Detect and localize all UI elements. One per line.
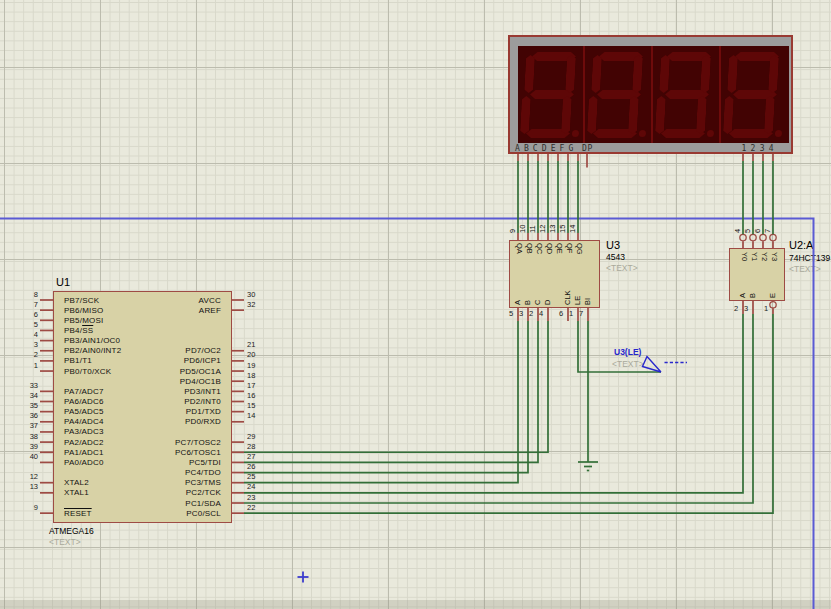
wire-U1-PC2-TCK-to-U2-A[interactable]: [244, 314, 743, 493]
wire-U1-PC6-TOSC1-to-U3-D[interactable]: [244, 321, 548, 452]
wire-U3-LE-to-PROBE-tip[interactable]: [578, 321, 661, 372]
region-border[interactable]: [0, 219, 814, 609]
wire-U1-PC4-TDO-to-U3-B[interactable]: [244, 321, 528, 473]
u2-pin-bubble-E: [770, 302, 776, 308]
u2-pin-bubble-Y3: [770, 234, 776, 240]
u2-pin-bubble-Y0: [740, 234, 746, 240]
wire-U1-PC1-SDA-to-U2-B[interactable]: [244, 314, 753, 503]
u2-pin-bubble-Y1: [750, 234, 756, 240]
wiring-layer: [0, 0, 831, 609]
u2-pin-bubble-Y2: [760, 234, 766, 240]
wire-U1-PC3-TMS-to-U3-A[interactable]: [244, 321, 518, 483]
probe-arrow-icon[interactable]: [643, 357, 662, 373]
wire-U1-PC5-TDI-to-U3-C[interactable]: [244, 321, 538, 462]
schematic-canvas: ABCDEFG DP 1234 U1 ATMEGA16 <TEXT> U3 45…: [0, 0, 831, 609]
